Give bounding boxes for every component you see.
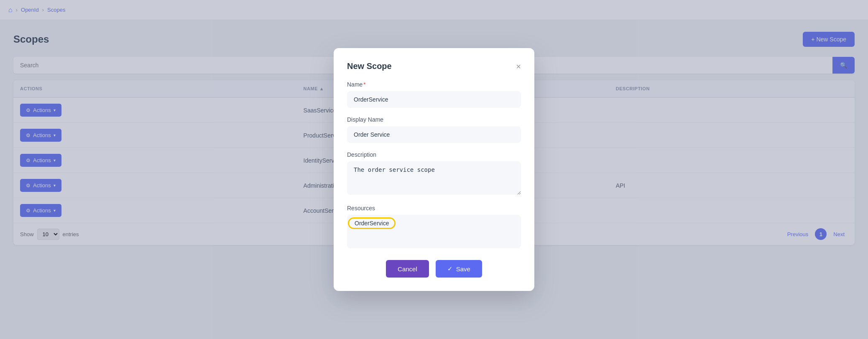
resources-field-group: Resources OrderService	[347, 205, 521, 248]
resources-field[interactable]: OrderService	[347, 215, 521, 248]
modal-title: New Scope	[347, 61, 392, 71]
modal-header: New Scope ×	[347, 61, 521, 71]
display-name-input[interactable]	[347, 126, 521, 143]
name-label: Name*	[347, 81, 521, 88]
new-scope-modal: New Scope × Name* Display Name Descripti…	[334, 48, 534, 291]
required-indicator: *	[363, 81, 365, 88]
save-check-icon: ✓	[447, 265, 453, 273]
modal-footer: Cancel ✓ Save	[347, 260, 521, 278]
save-label: Save	[456, 265, 470, 273]
name-field-group: Name*	[347, 81, 521, 108]
resource-tag-text: OrderService	[355, 220, 389, 227]
resources-label: Resources	[347, 205, 521, 212]
display-name-field-group: Display Name	[347, 116, 521, 143]
save-button[interactable]: ✓ Save	[436, 260, 482, 278]
description-field-group: Description	[347, 151, 521, 196]
name-input[interactable]	[347, 91, 521, 108]
description-label: Description	[347, 151, 521, 158]
modal-overlay: New Scope × Name* Display Name Descripti…	[0, 0, 868, 339]
display-name-label: Display Name	[347, 116, 521, 123]
description-textarea[interactable]	[347, 161, 521, 195]
modal-close-button[interactable]: ×	[516, 62, 521, 71]
cancel-button[interactable]: Cancel	[386, 260, 429, 278]
resource-tag: OrderService	[352, 219, 391, 227]
